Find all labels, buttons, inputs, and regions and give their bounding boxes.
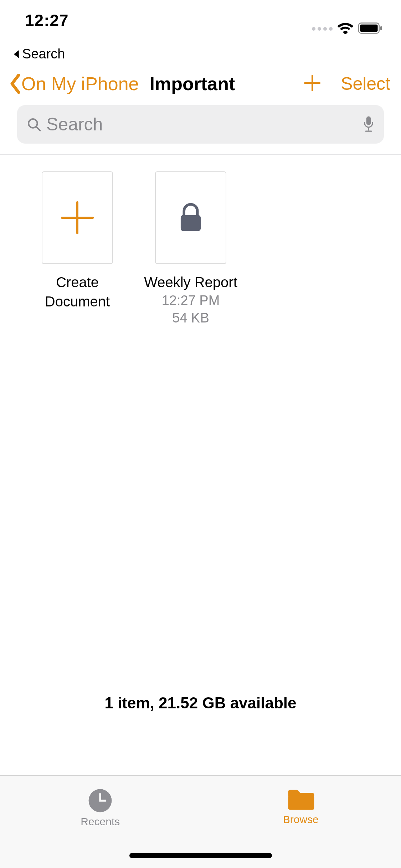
plus-icon (58, 198, 97, 237)
chevron-left-icon (9, 74, 21, 94)
tab-browse-label: Browse (283, 813, 319, 826)
back-triangle-icon (12, 49, 20, 59)
status-indicators (312, 22, 383, 36)
file-grid: Create Document Weekly Report 12:27 PM 5… (0, 154, 401, 343)
page-title: Important (150, 73, 235, 94)
cellular-dots-icon (312, 27, 333, 31)
search-icon (26, 117, 41, 132)
search-input[interactable]: Search (17, 105, 384, 144)
lock-icon (177, 202, 205, 234)
status-time: 12:27 (25, 11, 69, 30)
create-document-label: Create Document (29, 273, 125, 311)
back-button[interactable]: On My iPhone (9, 73, 139, 94)
status-bar: 12:27 (0, 0, 401, 46)
svg-rect-1 (360, 25, 377, 32)
clock-icon (87, 788, 113, 813)
file-name: Weekly Report (144, 273, 237, 292)
svg-rect-2 (380, 26, 382, 30)
svg-line-4 (36, 127, 40, 131)
plus-icon (303, 74, 322, 92)
folder-header: On My iPhone Important Select (0, 63, 401, 98)
back-to-search-label: Search (22, 46, 65, 62)
svg-rect-10 (288, 795, 314, 810)
battery-icon (358, 22, 383, 35)
search-placeholder: Search (46, 114, 358, 135)
footer-status: 1 item, 21.52 GB available (0, 694, 401, 712)
home-indicator[interactable] (129, 853, 272, 858)
create-document-thumb (42, 171, 113, 264)
back-button-label: On My iPhone (21, 73, 139, 94)
wifi-icon (338, 22, 353, 36)
folder-icon (287, 788, 315, 811)
file-thumb (155, 171, 226, 264)
add-button[interactable] (303, 74, 322, 94)
create-document-tile[interactable]: Create Document (29, 171, 125, 327)
file-tile[interactable]: Weekly Report 12:27 PM 54 KB (143, 171, 239, 327)
select-button[interactable]: Select (341, 73, 390, 94)
svg-rect-8 (181, 215, 201, 231)
microphone-icon[interactable] (363, 116, 375, 133)
back-to-search[interactable]: Search (0, 46, 401, 63)
file-time: 12:27 PM (162, 292, 220, 309)
svg-rect-5 (366, 117, 371, 125)
file-size: 54 KB (172, 309, 209, 327)
tab-recents-label: Recents (81, 816, 120, 828)
